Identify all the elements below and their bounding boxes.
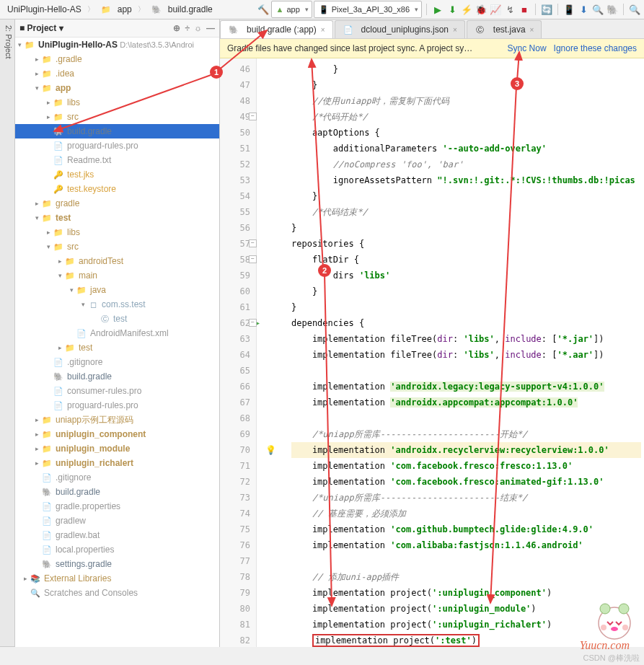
tree-row[interactable]: ▸📁libs <box>15 95 219 110</box>
left-tool-tabs: 2: Project Resource Manager 2: Favorites… <box>0 19 15 647</box>
tree-row[interactable]: 🔑test.jks <box>15 167 219 182</box>
tree-row[interactable]: ▾📁src <box>15 239 219 254</box>
tree-row[interactable]: ▾📁app <box>15 81 219 95</box>
watermark-csdn: CSDN @棒洗啦 <box>583 653 640 664</box>
app-icon: 📁 <box>100 5 112 14</box>
tree-row[interactable]: 📄gradlew.bat <box>15 528 219 542</box>
sync-now-link[interactable]: Sync Now <box>508 43 547 53</box>
apply-code-icon[interactable]: ⚡ <box>460 3 473 16</box>
tree-row[interactable]: 📄consumer-rules.pro <box>15 384 219 398</box>
sdk-manager-icon[interactable]: ⬇ <box>577 3 590 16</box>
breadcrumb[interactable]: UniPlugin-Hello-AS <box>3 3 86 16</box>
tree-row[interactable]: ▾◻com.ss.test <box>15 297 219 312</box>
banner-message: Gradle files have changed since last pro… <box>227 43 472 53</box>
tree-row[interactable]: 🐘build.gradle <box>15 369 219 384</box>
tree-row[interactable]: 🔑test.keystore <box>15 182 219 196</box>
tree-row[interactable]: ▸📁androidTest <box>15 254 219 268</box>
svg-point-16 <box>601 625 606 630</box>
device-combo[interactable]: 📱Pixel_3a_API_30_x86 <box>314 1 422 18</box>
tree-row[interactable]: ▸📁uniplugin_component <box>15 427 219 441</box>
line-gutter[interactable]: 46474849−5051525354555657−58−59606162−63… <box>220 58 257 647</box>
phone-icon: 📱 <box>319 5 329 14</box>
tree-row[interactable]: ▾📁java <box>15 283 219 297</box>
tree-row[interactable]: 🔍Scratches and Consoles <box>15 586 219 600</box>
tree-row[interactable]: 📄.gitignore <box>15 470 219 485</box>
tree-row[interactable]: 📄.gitignore <box>15 355 219 369</box>
svg-point-15 <box>611 627 618 631</box>
collapse-icon[interactable]: ÷ <box>185 23 190 33</box>
tree-row[interactable]: ▸📁uniplugin_module <box>15 441 219 456</box>
editor-tab[interactable]: 🐘build.gradle (:app)× <box>220 20 333 38</box>
tree-row[interactable]: 🐘settings.gradle <box>15 557 219 571</box>
tree-row[interactable]: 📄local.properties <box>15 542 219 557</box>
debug-icon[interactable]: 🐞 <box>475 3 488 16</box>
tree-row[interactable]: 📄AndroidManifest.xml <box>15 326 219 340</box>
build-hammer-icon[interactable]: 🔨 <box>257 3 270 16</box>
tree-root[interactable]: ▾📁UniPlugin-Hello-AS D:\latest\3.5.3\And… <box>15 38 219 52</box>
editor-pane: 🐘build.gradle (:app)×📄dcloud_uniplugins.… <box>220 19 644 647</box>
tree-row[interactable]: ▸📁test <box>15 340 219 355</box>
breadcrumb[interactable]: 🐘build.gradle <box>146 3 217 16</box>
tree-row[interactable]: ▸📁uniplugin_richalert <box>15 456 219 470</box>
project-panel: ■ Project ▾ ⊕ ÷ ☼ — ▾📁UniPlugin-Hello-AS… <box>15 19 220 647</box>
android-icon: ▲ <box>276 5 284 14</box>
tree-row[interactable]: 📄proguard-rules.pro <box>15 398 219 413</box>
apply-changes-icon[interactable]: ⬇ <box>446 3 459 16</box>
project-view-combo[interactable]: ■ Project ▾ <box>19 23 63 33</box>
tree-row[interactable]: Ⓒtest <box>15 312 219 326</box>
watermark-url: Yuucn.com <box>580 639 630 652</box>
svg-point-17 <box>622 625 628 630</box>
mascot-icon <box>589 593 640 643</box>
breadcrumb-bar: UniPlugin-Hello-AS 〉 📁app 〉 🐘build.gradl… <box>0 0 644 19</box>
tree-row[interactable]: ▸📁src <box>15 110 219 124</box>
elephant-icon: 🐘 <box>151 5 162 14</box>
tree-row[interactable]: ▾📁main <box>15 268 219 283</box>
sync-icon[interactable]: 🔄 <box>540 3 553 16</box>
run-config-combo[interactable]: ▲app <box>271 1 312 18</box>
editor-tab[interactable]: 📄dcloud_uniplugins.json× <box>335 20 465 38</box>
run-icon[interactable]: ▶ <box>431 3 444 16</box>
editor-tabs: 🐘build.gradle (:app)×📄dcloud_uniplugins.… <box>220 19 644 39</box>
layout-inspector-icon[interactable]: 🔍 <box>591 3 604 16</box>
tree-row[interactable]: 📄Readme.txt <box>15 153 219 167</box>
project-tree[interactable]: ▾📁UniPlugin-Hello-AS D:\latest\3.5.3\And… <box>15 38 219 647</box>
tree-row[interactable]: ▸📁.idea <box>15 66 219 81</box>
svg-point-13 <box>600 604 610 614</box>
svg-point-14 <box>619 604 629 614</box>
breadcrumb[interactable]: 📁app <box>96 3 136 16</box>
project-panel-header: ■ Project ▾ ⊕ ÷ ☼ — <box>15 19 219 38</box>
side-tab-project[interactable]: 2: Project <box>3 19 14 647</box>
close-tab-icon[interactable]: × <box>453 26 457 34</box>
tree-row[interactable]: ▸📁.gradle <box>15 52 219 66</box>
hide-icon[interactable]: — <box>206 23 215 33</box>
close-tab-icon[interactable]: × <box>321 26 325 34</box>
tree-row[interactable]: ▸📁libs <box>15 225 219 239</box>
side-tab-resource-manager[interactable]: Resource Manager <box>0 19 3 647</box>
select-opened-icon[interactable]: ⊕ <box>173 23 180 33</box>
tree-row[interactable]: ▸📚External Libraries <box>15 571 219 586</box>
search-icon[interactable]: 🔍 <box>628 3 641 16</box>
tree-row[interactable]: 🐘build.gradle <box>15 485 219 499</box>
avd-icon[interactable]: 📱 <box>563 3 575 16</box>
attach-icon[interactable]: ↯ <box>503 3 516 16</box>
tree-row[interactable]: 📄gradle.properties <box>15 499 219 514</box>
editor-tab[interactable]: Ⓒtest.java× <box>467 20 542 38</box>
profile-icon[interactable]: 📈 <box>489 3 502 16</box>
close-tab-icon[interactable]: × <box>530 26 534 34</box>
tree-row[interactable]: ▸📁uniapp示例工程源码 <box>15 413 219 427</box>
code-editor[interactable]: } } //使用uniapp时，需复制下面代码 /*代码开始*/ aaptOpt… <box>257 58 644 647</box>
tree-row[interactable]: ▸📁gradle <box>15 196 219 211</box>
tree-row[interactable]: 📄proguard-rules.pro <box>15 138 219 153</box>
stop-icon[interactable]: ■ <box>518 3 531 16</box>
tree-row[interactable]: 🐘build.gradle <box>15 124 219 138</box>
ignore-changes-link[interactable]: Ignore these changes <box>554 43 637 53</box>
elephant-toolbar-icon[interactable]: 🐘 <box>606 3 619 16</box>
expand-icon[interactable]: ☼ <box>194 23 202 33</box>
tree-row[interactable]: 📄gradlew <box>15 514 219 528</box>
gradle-sync-banner: Gradle files have changed since last pro… <box>220 39 644 58</box>
tree-row[interactable]: ▾📁test <box>15 211 219 225</box>
